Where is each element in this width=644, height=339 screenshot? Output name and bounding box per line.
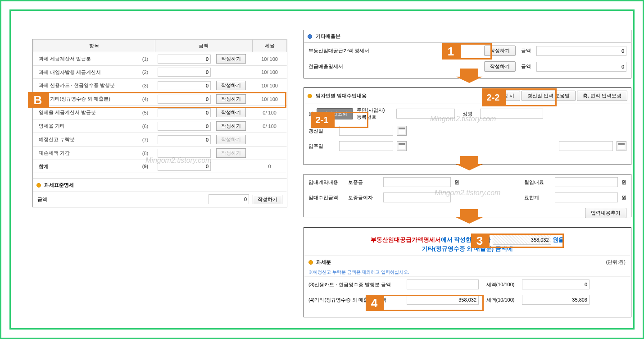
left-tax-table: 항목 금액 세율 과세 세금계산서 발급분(1)작성하기10/ 100과세 매입… xyxy=(32,39,287,207)
box2-title: 임차인별 임대수입내용 xyxy=(316,92,367,99)
bullet-icon xyxy=(36,183,41,188)
callout-4-border xyxy=(383,295,484,311)
row-num: (9) xyxy=(136,160,155,173)
table-row: 대손세액 가감(8)작성하기 xyxy=(33,147,287,160)
renew-date-label: 갱신일 xyxy=(308,128,336,134)
callout-2-1: 2-1 xyxy=(311,112,333,128)
calendar-icon[interactable] xyxy=(617,141,626,151)
box1-title: 기타매출분 xyxy=(316,33,340,40)
row-write-button[interactable]: 작성하기 xyxy=(216,108,246,117)
row-label: 과세 신용카드 · 현금영수증 발행분 xyxy=(33,79,136,92)
callout-2-2: 2-2 xyxy=(482,88,504,106)
row-write-button[interactable]: 작성하기 xyxy=(216,81,246,90)
interest-input[interactable] xyxy=(383,192,451,202)
row-num: (1) xyxy=(136,52,155,66)
row-label: 예정신고 누락분 xyxy=(33,133,136,147)
row-rate xyxy=(253,133,287,147)
amount-label: 금액 xyxy=(519,63,533,70)
msg-red: 부동산임대공급가액명세서 xyxy=(371,236,441,243)
name-input[interactable] xyxy=(480,109,543,119)
row4-tax-amount[interactable] xyxy=(522,295,590,305)
sub-title: 과세표준명세 xyxy=(44,182,74,188)
row-amount-input[interactable] xyxy=(158,122,211,131)
contract-label: 임대계약내용 xyxy=(308,179,345,186)
realestate-amount[interactable] xyxy=(536,46,626,56)
resident-number-input[interactable] xyxy=(396,109,455,119)
row-num: (3) xyxy=(136,79,155,92)
interest-label: 보증금이자 xyxy=(348,194,380,201)
date-input-2[interactable] xyxy=(559,141,613,151)
row-label: 영세율 기타 xyxy=(33,119,136,133)
tax-section-title: 과세분 xyxy=(316,259,331,265)
bullet-icon xyxy=(308,260,313,265)
calendar-icon[interactable] xyxy=(397,141,407,151)
bullet-icon xyxy=(308,34,312,39)
deposit-input[interactable] xyxy=(383,177,451,187)
row-label: 과세 매입자발행 세금계산서 xyxy=(33,66,136,79)
row-amount-input[interactable] xyxy=(158,81,211,90)
table-row: 영세율 기타(6)작성하기0/ 100 xyxy=(33,119,287,133)
row3-label: (3)신용카드 · 현금영수증 발행분 금액 xyxy=(308,281,403,288)
sub-write-button[interactable]: 작성하기 xyxy=(253,195,282,204)
callout-B-border xyxy=(48,92,286,108)
row-write-button[interactable]: 작성하기 xyxy=(216,54,246,64)
callout-1-border xyxy=(459,43,492,60)
row-amount-input[interactable] xyxy=(158,55,211,64)
row-label: 대손세액 가감 xyxy=(33,147,136,160)
sub-label: 금액 xyxy=(37,196,64,203)
bullet-icon xyxy=(308,94,312,98)
callout-3: 3 xyxy=(471,234,488,248)
sum-label: 료합계 xyxy=(524,194,551,201)
callout-2-2-border xyxy=(504,88,557,106)
row-rate: 10/ 100 xyxy=(253,79,287,92)
arrow-down-icon xyxy=(460,156,478,164)
table-row: 과세 신용카드 · 현금영수증 발행분(3)작성하기10/ 100 xyxy=(33,79,287,92)
row-amount-input[interactable] xyxy=(158,108,211,117)
table-row: 합계(9)0 xyxy=(33,160,287,173)
arrow-down-icon xyxy=(460,209,478,217)
row-amount-input[interactable] xyxy=(158,162,211,171)
header-item: 항목 xyxy=(33,40,155,52)
cash-sales-label: 현금매출명세서 xyxy=(308,63,399,70)
calendar-icon[interactable] xyxy=(397,126,407,136)
row3-tax-label: 세액(10/100) xyxy=(482,281,518,288)
amount-label: 금액 xyxy=(519,47,533,54)
row-write-button[interactable]: 작성하기 xyxy=(216,148,246,158)
row3-amount[interactable] xyxy=(407,279,479,289)
row-rate: 0 xyxy=(253,160,287,173)
row-amount-input[interactable] xyxy=(158,149,211,158)
area-help-button[interactable]: 층, 면적 입력요령 xyxy=(577,91,627,101)
row-amount-input[interactable] xyxy=(158,68,211,77)
sum-input[interactable] xyxy=(555,192,618,202)
row-rate: 0/ 100 xyxy=(253,119,287,133)
note-text: ※예정신고 누락분 금액은 제외하고 입력하십시오. xyxy=(304,268,631,276)
row-write-button[interactable]: 작성하기 xyxy=(216,121,246,131)
row4-tax-label: 세액(10/100) xyxy=(482,297,518,303)
movein-date-input[interactable] xyxy=(339,141,393,151)
table-row: 과세 세금계산서 발급분(1)작성하기10/ 100 xyxy=(33,52,287,66)
row-amount-input[interactable] xyxy=(158,135,211,144)
row-rate xyxy=(253,147,287,160)
name-label: 성명 xyxy=(458,110,476,117)
sub-amount[interactable] xyxy=(209,194,249,204)
cash-amount[interactable] xyxy=(536,62,626,72)
row-label: 과세 세금계산서 발급분 xyxy=(33,52,136,66)
row3-tax-amount[interactable] xyxy=(522,279,590,289)
callout-3-border xyxy=(488,234,564,248)
row-num: (6) xyxy=(136,119,155,133)
deposit-label: 보증금 xyxy=(348,179,380,186)
callout-1: 1 xyxy=(442,43,459,60)
row-rate: 10/ 100 xyxy=(253,52,287,66)
callout-B: B xyxy=(28,92,48,108)
callout-4: 4 xyxy=(366,295,383,311)
arrow-down-icon xyxy=(460,69,478,77)
table-row: 과세 매입자발행 세금계산서(2)10/ 100 xyxy=(33,66,287,79)
row-rate: 10/ 100 xyxy=(253,66,287,79)
row-write-button[interactable]: 작성하기 xyxy=(216,135,246,144)
msg-line2: 기타(정규영수증 외 매출분) 금액에 xyxy=(308,245,626,253)
add-content-button[interactable]: 입력내용추가 xyxy=(585,208,626,218)
rent-unit: 원 xyxy=(621,179,626,186)
table-row: 예정신고 누락분(7)작성하기 xyxy=(33,133,287,147)
rent-input[interactable] xyxy=(555,177,618,187)
cash-write-button[interactable]: 작성하기 xyxy=(484,61,516,72)
